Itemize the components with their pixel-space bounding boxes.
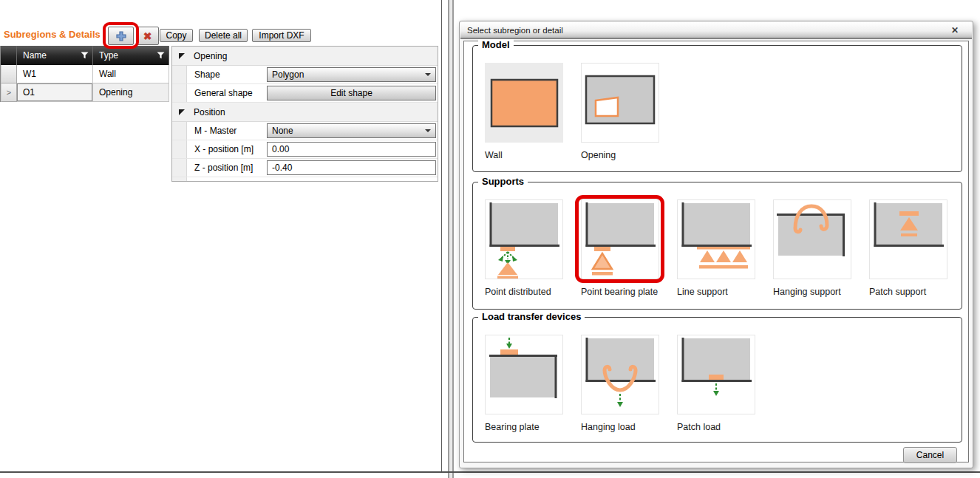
cell-name[interactable]: O1	[17, 83, 93, 102]
tile-patch-load[interactable]: Patch load	[677, 335, 757, 432]
property-row-gutter	[172, 66, 187, 83]
current-row-arrow-icon: >	[7, 88, 11, 97]
line-support-icon	[677, 199, 755, 279]
tile-row: Bearing plateHanging loadPatch load	[485, 335, 773, 432]
property-row-m-master: M - MasterNone	[172, 122, 438, 140]
cell-name[interactable]: W1	[17, 65, 93, 83]
plus-icon	[115, 30, 127, 42]
property-editor: -0.40	[265, 159, 438, 177]
left-panel: Subregions & Details ✖ Copy Delete all I…	[0, 0, 442, 471]
tile-hanging-load[interactable]: Hanging load	[581, 335, 661, 432]
row-selector-header	[1, 46, 17, 65]
chevron-down-icon	[425, 73, 431, 76]
tile-label: Hanging support	[773, 287, 853, 297]
groupbox-supports: SupportsPoint distributedPoint bearing p…	[472, 182, 962, 310]
property-group-title: Position	[194, 107, 225, 117]
window-bottom-edge	[0, 471, 980, 473]
delete-all-button[interactable]: Delete all	[199, 29, 248, 42]
property-editor: 0.00	[265, 140, 438, 158]
property-row-general-shape: General shapeEdit shape	[172, 84, 438, 103]
panel-splitter[interactable]	[448, 0, 454, 478]
tile-label: Bearing plate	[485, 422, 565, 432]
cancel-button[interactable]: Cancel	[903, 447, 957, 463]
column-header-label: Type	[99, 50, 118, 61]
funnel-icon[interactable]	[81, 52, 89, 59]
tile-patch-support[interactable]: Patch support	[869, 199, 949, 297]
hanging-load-icon	[581, 335, 659, 414]
panel-title: Subregions & Details	[4, 29, 101, 40]
patch-load-icon	[677, 335, 755, 414]
tile-point-distributed[interactable]: Point distributed	[485, 199, 565, 297]
property-row-shape: ShapePolygon	[172, 66, 438, 84]
copy-button[interactable]: Copy	[160, 29, 193, 42]
textbox-value: 0.00	[272, 144, 289, 154]
red-x-icon: ✖	[143, 30, 152, 42]
property-label: Z - position [m]	[187, 159, 265, 177]
row-selector[interactable]: >	[1, 83, 17, 102]
tile-label: Patch support	[869, 287, 949, 297]
tile-line-support[interactable]: Line support	[677, 199, 757, 297]
tile-point-bearing-plate[interactable]: Point bearing plate	[581, 199, 661, 297]
dropdown-value: None	[272, 126, 293, 136]
textbox-value: -0.40	[272, 163, 292, 173]
cell-type[interactable]: Opening	[93, 83, 169, 102]
bearing-plate-icon	[485, 335, 563, 414]
dropdown-m-master[interactable]: None	[267, 123, 436, 138]
column-header-label: Name	[23, 50, 47, 61]
tile-hanging-support[interactable]: Hanging support	[773, 199, 853, 297]
column-header-type[interactable]: Type	[93, 46, 169, 65]
import-dxf-button[interactable]: Import DXF	[252, 29, 311, 42]
select-subregion-dialog: Select subregion or detail ✕ Cancel Mode…	[459, 21, 973, 468]
delete-button[interactable]: ✖	[136, 27, 159, 45]
tile-label: Patch load	[677, 422, 757, 432]
tile-bearing-plate[interactable]: Bearing plate	[485, 335, 565, 432]
tile-wall[interactable]: Wall	[485, 63, 565, 160]
table-row-o1[interactable]: >O1Opening	[1, 83, 169, 102]
row-selector[interactable]	[1, 65, 17, 83]
expanded-triangle-icon	[179, 53, 185, 59]
column-header-name[interactable]: Name	[17, 46, 93, 65]
point-bearing-plate-icon	[581, 199, 659, 279]
dropdown-shape[interactable]: Polygon	[267, 67, 436, 82]
dialog-title: Select subregion or detail	[467, 26, 563, 35]
dialog-content: Cancel ModelWallOpeningSupportsPoint dis…	[463, 41, 969, 462]
tile-label: Point bearing plate	[581, 287, 661, 297]
property-group-header-position[interactable]: Position	[172, 103, 438, 122]
property-editor: Edit shape	[265, 84, 438, 102]
add-button[interactable]	[108, 27, 134, 45]
patch-support-icon	[869, 199, 947, 279]
property-grid: OpeningShapePolygonGeneral shapeEdit sha…	[171, 46, 438, 182]
property-label: M - Master	[187, 122, 265, 140]
cell-type[interactable]: Wall	[93, 65, 169, 83]
table-row-w1[interactable]: W1Wall	[1, 65, 169, 83]
property-group-title: Opening	[194, 51, 227, 61]
opening-icon	[581, 63, 659, 143]
property-row-z-position-m: Z - position [m]-0.40	[172, 159, 438, 177]
textbox-x-position-m[interactable]: 0.00	[267, 142, 436, 157]
property-group-header-opening[interactable]: Opening	[172, 47, 438, 66]
textbox-z-position-m[interactable]: -0.40	[267, 160, 436, 175]
tile-label: Point distributed	[485, 287, 565, 297]
chevron-down-icon	[425, 129, 431, 132]
edit-shape-button[interactable]: Edit shape	[267, 86, 436, 100]
dialog-titlebar[interactable]: Select subregion or detail ✕	[460, 22, 972, 39]
tile-row: WallOpening	[485, 63, 677, 160]
tile-row: Point distributedPoint bearing plateLine…	[485, 199, 965, 297]
groupbox-title: Supports	[478, 176, 528, 187]
property-row-gutter	[172, 140, 187, 158]
tile-opening[interactable]: Opening	[581, 63, 661, 160]
groupbox-title: Load transfer devices	[478, 311, 585, 322]
property-row-x-position-m: X - position [m]0.00	[172, 140, 438, 159]
property-label: X - position [m]	[187, 140, 265, 158]
funnel-icon[interactable]	[157, 52, 165, 59]
expanded-triangle-icon	[179, 109, 185, 115]
property-row-gutter	[172, 122, 187, 140]
tile-label: Line support	[677, 287, 757, 297]
property-grid-tail	[172, 177, 438, 181]
subregions-table: NameTypeW1Wall>O1Opening	[0, 46, 169, 102]
groupbox-title: Model	[478, 39, 514, 50]
tile-label: Wall	[485, 150, 565, 160]
property-editor: None	[265, 122, 438, 140]
close-icon[interactable]: ✕	[951, 25, 959, 35]
property-editor: Polygon	[265, 66, 438, 83]
